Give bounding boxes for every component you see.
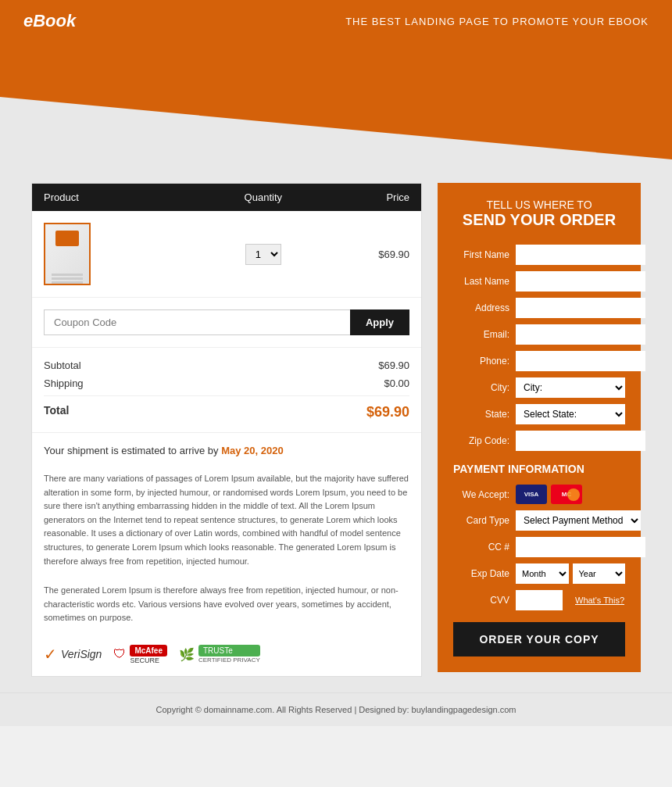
whats-this-link[interactable]: What's This? bbox=[575, 596, 624, 605]
quantity-wrapper: 1 2 3 4 5 bbox=[190, 244, 336, 265]
lorem-text-1: There are many variations of passages of… bbox=[44, 464, 409, 576]
shipping-row: Shipping $0.00 bbox=[44, 377, 409, 389]
quantity-select[interactable]: 1 2 3 4 5 bbox=[245, 244, 281, 265]
shipping-label: Shipping bbox=[44, 377, 84, 389]
city-label: City: bbox=[453, 382, 509, 393]
year-select[interactable]: Year 202420252026 202720282029 2030 bbox=[573, 563, 626, 584]
check-icon: ✓ bbox=[44, 645, 57, 664]
truste-badge: 🌿 TRUSTe CERTIFIED PRIVACY bbox=[179, 645, 260, 664]
order-form-section: TELL US WHERE TO SEND YOUR ORDER First N… bbox=[438, 183, 641, 672]
coupon-row: Apply bbox=[44, 309, 409, 335]
first-name-row: First Name bbox=[453, 245, 625, 265]
truste-label: TRUSTe bbox=[198, 645, 260, 656]
total-value: $69.90 bbox=[366, 404, 409, 420]
phone-row: Phone: bbox=[453, 351, 625, 371]
verisign-badge: ✓ VeriSign bbox=[44, 645, 102, 664]
form-title-top: TELL US WHERE TO bbox=[453, 199, 625, 211]
product-image bbox=[44, 223, 91, 285]
email-input[interactable] bbox=[516, 324, 645, 345]
mastercard-icon: MC bbox=[551, 485, 582, 504]
zip-label: Zip Code: bbox=[453, 435, 509, 446]
zip-row: Zip Code: bbox=[453, 431, 625, 451]
mcafee-label: McAfee bbox=[130, 645, 167, 656]
first-name-input[interactable] bbox=[516, 245, 645, 265]
col-product-header: Product bbox=[44, 191, 190, 203]
shipment-info: Your shipment is estimated to arrive by … bbox=[44, 433, 409, 464]
col-quantity-header: Quantity bbox=[190, 191, 336, 203]
secure-label: SECURE bbox=[130, 656, 167, 664]
card-type-row: Card Type Select Payment Method Visa Mas… bbox=[453, 510, 625, 531]
we-accept-row: We Accept: VISA MC bbox=[453, 485, 625, 504]
payment-title: PAYMENT INFORMATION bbox=[453, 463, 625, 475]
exp-selects: Month 010203 040506 070809 101112 Year 2… bbox=[516, 563, 625, 584]
total-label: Total bbox=[44, 404, 69, 420]
payment-section: PAYMENT INFORMATION We Accept: VISA MC C… bbox=[453, 463, 625, 656]
shipment-text: Your shipment is estimated to arrive by bbox=[44, 445, 221, 456]
cvv-label: CVV bbox=[453, 595, 509, 606]
first-name-label: First Name bbox=[453, 249, 509, 260]
state-label: State: bbox=[453, 409, 509, 420]
subtotal-row: Subtotal $69.90 bbox=[44, 360, 409, 371]
site-header: eBook THE BEST LANDING PAGE TO PROMOTE Y… bbox=[0, 0, 672, 42]
order-section: Product Quantity Price 1 2 3 4 5 $69.90 bbox=[31, 183, 422, 677]
cc-input[interactable] bbox=[516, 537, 645, 557]
phone-label: Phone: bbox=[453, 356, 509, 367]
last-name-label: Last Name bbox=[453, 276, 509, 287]
cc-row: CC # bbox=[453, 537, 625, 557]
zip-input[interactable] bbox=[516, 431, 645, 451]
item-price: $69.90 bbox=[336, 249, 409, 260]
address-input[interactable] bbox=[516, 298, 645, 318]
totals-section: Subtotal $69.90 Shipping $0.00 Total $69… bbox=[32, 348, 421, 433]
card-type-select[interactable]: Select Payment Method Visa MasterCard Am… bbox=[516, 510, 641, 531]
shipping-value: $0.00 bbox=[384, 377, 409, 389]
order-table-header: Product Quantity Price bbox=[32, 184, 421, 211]
form-title: TELL US WHERE TO SEND YOUR ORDER bbox=[453, 199, 625, 229]
coupon-input[interactable] bbox=[44, 309, 350, 335]
order-button[interactable]: ORDER YOUR COPY bbox=[453, 622, 625, 656]
card-icons: VISA MC bbox=[516, 485, 582, 504]
address-label: Address bbox=[453, 302, 509, 313]
phone-input[interactable] bbox=[516, 351, 645, 371]
coupon-section: Apply bbox=[32, 298, 421, 348]
form-title-main: SEND YOUR ORDER bbox=[453, 211, 625, 229]
cvv-row: CVV What's This? bbox=[453, 590, 625, 610]
city-select[interactable]: City: bbox=[516, 377, 625, 398]
month-select[interactable]: Month 010203 040506 070809 101112 bbox=[516, 563, 569, 584]
hero-section bbox=[0, 42, 672, 159]
last-name-row: Last Name bbox=[453, 271, 625, 292]
state-row: State: Select State: Alabama California … bbox=[453, 404, 625, 424]
footer-text: Copyright © domainname.com. All Rights R… bbox=[156, 705, 517, 714]
shipment-date: May 20, 2020 bbox=[221, 445, 284, 456]
header-tagline: THE BEST LANDING PAGE TO PROMOTE YOUR EB… bbox=[345, 16, 649, 27]
certified-label: CERTIFIED PRIVACY bbox=[198, 656, 260, 664]
cvv-input[interactable] bbox=[516, 590, 563, 610]
last-name-input[interactable] bbox=[516, 271, 645, 292]
state-select[interactable]: Select State: Alabama California New Yor… bbox=[516, 404, 625, 424]
site-logo: eBook bbox=[23, 11, 76, 31]
apply-button[interactable]: Apply bbox=[350, 309, 409, 335]
col-price-header: Price bbox=[336, 191, 409, 203]
subtotal-label: Subtotal bbox=[44, 360, 81, 371]
address-row: Address bbox=[453, 298, 625, 318]
email-row: Email: bbox=[453, 324, 625, 345]
verisign-label: VeriSign bbox=[61, 648, 102, 660]
site-footer: Copyright © domainname.com. All Rights R… bbox=[0, 692, 672, 726]
shield-icon: 🛡 bbox=[113, 647, 126, 661]
lorem-text-2: The generated Lorem Ipsum is therefore a… bbox=[44, 576, 409, 633]
exp-date-row: Exp Date Month 010203 040506 070809 1011… bbox=[453, 563, 625, 584]
exp-label: Exp Date bbox=[453, 568, 509, 579]
email-label: Email: bbox=[453, 329, 509, 340]
cc-label: CC # bbox=[453, 542, 509, 553]
visa-icon: VISA bbox=[516, 485, 547, 504]
subtotal-value: $69.90 bbox=[378, 360, 409, 371]
leaf-icon: 🌿 bbox=[179, 647, 195, 662]
order-item: 1 2 3 4 5 $69.90 bbox=[32, 211, 421, 298]
main-content: Product Quantity Price 1 2 3 4 5 $69.90 bbox=[0, 159, 672, 692]
city-row: City: City: bbox=[453, 377, 625, 398]
we-accept-label: We Accept: bbox=[453, 489, 509, 500]
grand-total-row: Total $69.90 bbox=[44, 395, 409, 420]
card-type-label: Card Type bbox=[453, 515, 509, 526]
trust-badges: ✓ VeriSign 🛡 McAfee SECURE 🌿 TRUSTe CERT… bbox=[44, 633, 409, 664]
mcafee-badge: 🛡 McAfee SECURE bbox=[113, 645, 167, 664]
